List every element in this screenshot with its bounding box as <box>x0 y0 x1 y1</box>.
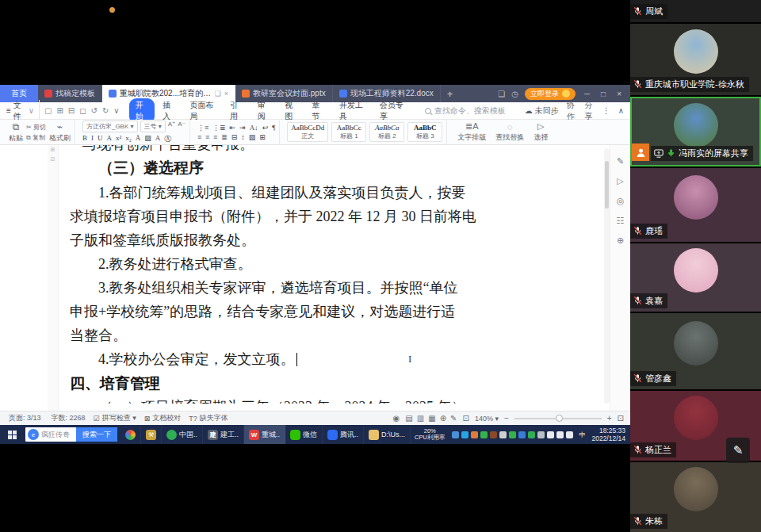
zoom-out-button[interactable]: − <box>504 414 509 423</box>
collapse-ribbon-icon[interactable]: ∧ <box>618 106 624 115</box>
participant-tile[interactable]: 管彦鑫 <box>630 313 761 389</box>
font-size-select[interactable]: 三号 ▾ <box>140 121 166 132</box>
pilcrow-icon[interactable]: ¶ <box>272 124 275 132</box>
indent-right-icon[interactable]: ⇥ <box>239 124 246 132</box>
tab-close-icon[interactable]: × <box>224 90 228 98</box>
new-file-icon[interactable]: ▢ <box>44 106 52 115</box>
settings-gear-icon[interactable]: ⊕ <box>617 235 624 246</box>
char-border-icon[interactable]: Ⓐ <box>164 134 171 144</box>
fit-page-icon[interactable]: ⊡ <box>462 414 468 423</box>
web-view-icon[interactable]: ⊕ <box>440 414 446 423</box>
subscript-icon[interactable]: x₂ <box>125 134 132 144</box>
pointer-icon[interactable]: ▷ <box>617 176 623 186</box>
align-center-icon[interactable]: ≡ <box>205 133 209 141</box>
highlight-icon[interactable]: ▨ <box>144 134 151 144</box>
document-page[interactable]: 与现有创新平台重复申报。（三）遴选程序1.各部门统筹规划项目、组建团队及落实项目… <box>59 145 603 411</box>
statusbar-item[interactable]: ☑拼写检查 ▾ <box>94 413 136 423</box>
tab-pin-icon[interactable]: ❏ <box>215 90 221 98</box>
share-button[interactable]: 分享 <box>584 100 594 122</box>
shrink-font-button[interactable]: A⁻ <box>178 121 185 132</box>
cut-button[interactable]: ✂ 剪切 <box>26 123 46 132</box>
tray-icon[interactable] <box>518 431 526 438</box>
participant-tile[interactable]: 朱栋 <box>630 462 761 532</box>
copy-button[interactable]: ⧉ 复制 <box>26 133 46 142</box>
redo-icon[interactable]: ↻ <box>102 106 109 115</box>
taskbar-app[interactable]: 微信 <box>285 425 323 444</box>
italic-icon[interactable]: I <box>91 134 94 144</box>
tray-icon[interactable] <box>547 431 554 438</box>
tray-icon[interactable] <box>556 431 564 438</box>
align-left-icon[interactable]: ≡ <box>197 133 201 141</box>
numbering-icon[interactable]: ⋮≣ <box>212 124 226 132</box>
taskbar-search-box[interactable]: e 疯狂传奇 搜索一下 <box>25 427 117 442</box>
book-view-icon[interactable]: ▦ <box>428 414 435 423</box>
font-color-icon[interactable]: A <box>106 134 112 144</box>
taskbar-clock[interactable]: 18:25:33 2022/12/14 <box>588 427 630 442</box>
preview-icon[interactable]: ◻ <box>79 106 86 115</box>
minimize-button[interactable]: ─ <box>582 90 592 98</box>
page-view-icon[interactable]: ▤ <box>405 414 412 423</box>
taskbar-app[interactable]: D:\Us... <box>364 425 411 444</box>
font-name-select[interactable]: 方正仿宋_GBK ▾ <box>82 121 138 132</box>
style-preset[interactable]: AaBbC 标题 3 <box>407 122 442 142</box>
participant-tile[interactable]: 冯雨实的屏幕共享 <box>630 97 761 166</box>
tray-icon[interactable] <box>528 431 535 438</box>
select-button[interactable]: ▷ 选择 <box>530 121 551 143</box>
paste-button[interactable]: ⧉ 粘贴 <box>9 121 23 144</box>
document-scrollbar[interactable] <box>604 148 610 404</box>
login-button[interactable]: 立即登录 <box>525 88 576 100</box>
sort-icon[interactable]: A↓ <box>250 124 258 132</box>
tray-icon[interactable] <box>490 431 497 438</box>
open-file-icon[interactable]: ⊞ <box>56 106 63 115</box>
maximize-button[interactable]: □ <box>598 90 608 98</box>
tray-icon[interactable] <box>480 431 488 438</box>
statusbar-item[interactable]: 字数: 2268 <box>49 413 86 423</box>
scrollbar-thumb[interactable] <box>605 161 609 209</box>
zoom-slider-knob[interactable] <box>556 415 563 422</box>
taskbar-app[interactable]: 中国.. <box>162 425 203 444</box>
taskbar-app[interactable]: 腾讯.. <box>323 425 364 444</box>
tray-icon[interactable] <box>499 431 507 438</box>
more-icon[interactable]: ∨ <box>113 106 119 115</box>
start-button[interactable] <box>0 425 24 444</box>
format-painter-button[interactable]: ⌁ 格式刷 <box>49 121 71 144</box>
taskbar-app[interactable]: 建 建工.. <box>203 425 244 444</box>
bullets-icon[interactable]: ⋮≡ <box>197 124 208 132</box>
close-button[interactable]: × <box>614 90 624 98</box>
distribute-icon[interactable]: ⊟ <box>231 133 238 141</box>
align-right-icon[interactable]: ≡ <box>213 133 217 141</box>
ime-indicator[interactable]: 中 <box>579 431 585 439</box>
statusbar-item[interactable]: T?缺失字体 <box>189 413 228 423</box>
border-icon[interactable]: ⊞ <box>259 133 266 141</box>
eye-protect-icon[interactable]: ◉ <box>393 414 400 423</box>
document-area[interactable]: ⊞⊟ 与现有创新平台重复申报。（三）遴选程序1.各部门统筹规划项目、组建团队及落… <box>0 145 630 411</box>
print-icon[interactable]: ⊟ <box>68 106 75 115</box>
phonetic-icon[interactable]: Å <box>136 134 141 144</box>
edit-pencil-icon[interactable]: ✎ <box>617 156 624 166</box>
undo-icon[interactable]: ↺ <box>91 106 98 115</box>
taskbar-app[interactable]: ⚒ <box>141 425 162 444</box>
shading-icon[interactable]: ▨ <box>249 133 256 141</box>
tray-icon[interactable] <box>452 431 459 438</box>
outline-view-icon[interactable]: ▥ <box>417 414 424 423</box>
justify-icon[interactable]: ≣ <box>221 133 228 141</box>
taskbar-app[interactable] <box>120 425 141 444</box>
statusbar-item[interactable]: ⊠文档校对 <box>144 413 182 423</box>
fullscreen-icon[interactable]: ⊡ <box>618 414 624 423</box>
command-search-input[interactable]: 查找命令、搜索模板 <box>425 105 520 117</box>
wrap-icon[interactable]: ↩ <box>262 124 269 132</box>
comment-icon[interactable]: ☷ <box>617 216 625 226</box>
more-menu-icon[interactable]: ⋮ <box>602 106 610 115</box>
tray-icon[interactable] <box>509 431 516 438</box>
document-tab[interactable]: 找稿定模板 ❏ × <box>38 85 102 102</box>
find-replace-button[interactable]: ◌ 查找替换 <box>492 122 527 143</box>
superscript-icon[interactable]: x² <box>116 134 121 144</box>
text-typeset-button[interactable]: ≣A 文字排版 <box>454 121 489 143</box>
style-preset[interactable]: AaBbCa 标题 2 <box>369 122 404 142</box>
tab-list-icon[interactable]: ❏ <box>498 90 505 98</box>
style-preset[interactable]: AaBbCc 标题 1 <box>331 122 366 142</box>
tray-icon[interactable] <box>471 431 478 438</box>
participant-tile[interactable]: 重庆城市职业学院-徐永秋 <box>630 24 761 95</box>
zoom-slider[interactable] <box>514 418 602 419</box>
participant-tile[interactable]: 鹿瑶 <box>630 168 761 242</box>
